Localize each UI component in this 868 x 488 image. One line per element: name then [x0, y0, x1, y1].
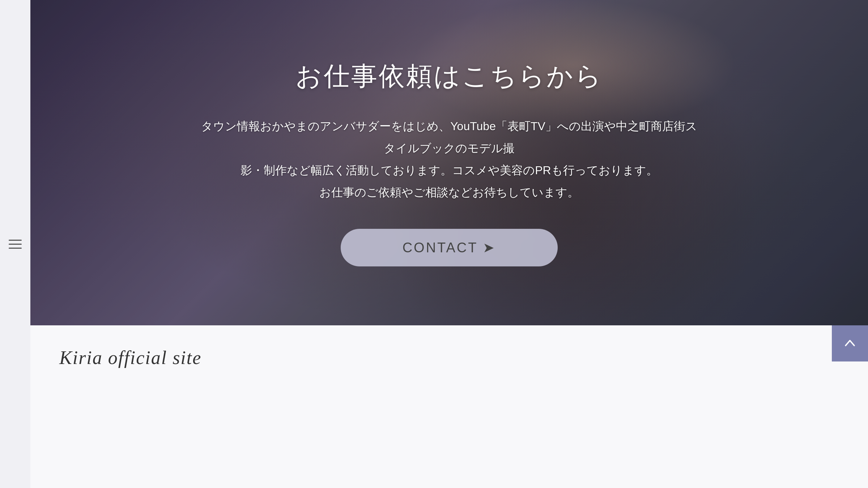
contact-button[interactable]: CONTACT ➤	[341, 229, 558, 266]
hero-section: お仕事依頼はこちらから タウン情報おかやまのアンバサダーをはじめ、YouTube…	[30, 0, 868, 325]
hamburger-line-2	[9, 244, 22, 245]
hamburger-line-3	[9, 248, 22, 249]
hero-title: お仕事依頼はこちらから	[295, 59, 603, 94]
hamburger-menu-button[interactable]	[5, 236, 25, 252]
hero-description: タウン情報おかやまのアンバサダーをはじめ、YouTube「表町TV」への出演や中…	[196, 115, 702, 203]
scroll-to-top-button[interactable]	[832, 325, 868, 361]
hero-description-line2: 影・制作など幅広く活動しております。コスメや美容のPRも行っております。	[241, 164, 658, 177]
chevron-up-icon	[843, 337, 856, 350]
hero-description-line1: タウン情報おかやまのアンバサダーをはじめ、YouTube「表町TV」への出演や中…	[201, 120, 697, 155]
site-logo: Kiria official site	[59, 347, 201, 368]
footer-section: Kiria official site	[30, 325, 868, 488]
sidebar	[0, 0, 30, 488]
hamburger-line-1	[9, 240, 22, 241]
hero-content: お仕事依頼はこちらから タウン情報おかやまのアンバサダーをはじめ、YouTube…	[30, 0, 868, 325]
hero-description-line3: お仕事のご依頼やご相談などお待ちしています。	[319, 186, 579, 199]
